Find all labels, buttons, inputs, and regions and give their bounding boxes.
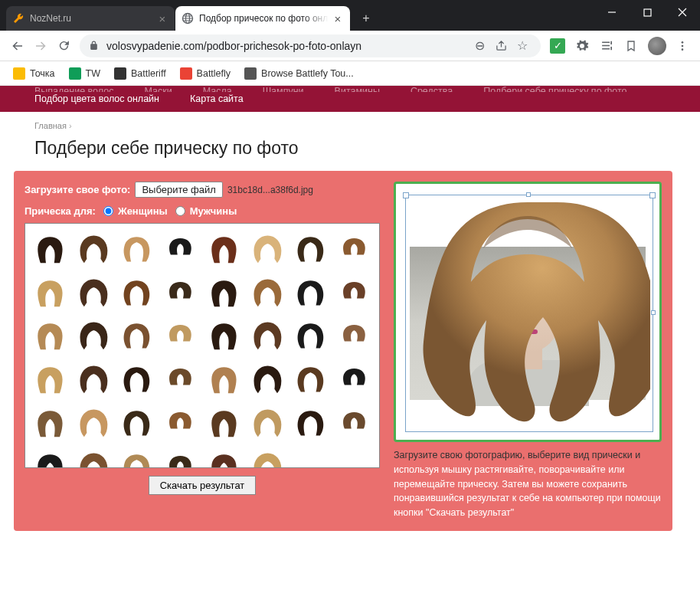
hairstyle-thumbnail[interactable]	[74, 402, 114, 443]
hairstyle-thumbnail[interactable]	[30, 446, 70, 468]
hairstyle-thumbnail[interactable]	[117, 446, 158, 468]
bookmark-item[interactable]: TW	[62, 64, 107, 83]
hairstyle-thumbnail[interactable]	[30, 316, 70, 356]
browser-tab-active[interactable]: Подбор причесок по фото онла ×	[175, 6, 350, 31]
hairstyle-thumbnail[interactable]	[160, 359, 201, 399]
hairstyle-thumbnail[interactable]	[160, 228, 201, 269]
hairstyle-thumbnail[interactable]	[117, 402, 158, 443]
hairstyle-thumbnail[interactable]	[204, 446, 244, 468]
extension-gear[interactable]	[571, 35, 593, 57]
hairstyle-thumbnail[interactable]	[247, 446, 288, 468]
nav-link[interactable]: Шампуни	[263, 86, 304, 90]
hairstyle-thumbnail[interactable]	[117, 316, 158, 356]
hairstyle-thumbnail[interactable]	[204, 402, 244, 443]
hairstyle-thumbnail[interactable]	[204, 316, 244, 356]
download-button[interactable]: Скачать результат	[149, 476, 257, 495]
gender-label: Прическа для:	[25, 205, 96, 217]
new-tab-button[interactable]: +	[355, 8, 377, 29]
hairstyle-thumbnail[interactable]	[74, 272, 114, 313]
reload-button[interactable]	[52, 34, 75, 57]
hairstyle-thumbnail[interactable]	[204, 359, 244, 399]
instructions-text: Загрузите свою фотографию, выберите вид …	[394, 448, 662, 520]
hairstyle-thumbnail[interactable]	[74, 316, 114, 356]
address-bar[interactable]: volosvypadenie.com/podbor-prichesok-po-f…	[80, 34, 541, 57]
bookmark-item[interactable]: Battleriff	[107, 64, 173, 83]
hairstyle-grid[interactable]	[25, 223, 380, 468]
preview-canvas[interactable]	[394, 182, 662, 442]
bookmark-item[interactable]: Browse Battlefy Tou...	[237, 64, 361, 83]
nav-link[interactable]: Маски	[144, 86, 172, 90]
hairstyle-thumbnail[interactable]	[160, 446, 201, 468]
hairstyle-thumbnail[interactable]	[74, 359, 114, 399]
bookmark-item[interactable]: Battlefly	[173, 64, 237, 83]
nav-link[interactable]: Подбор цвета волос онлайн	[34, 93, 159, 104]
svg-rect-7	[69, 67, 81, 80]
hairstyle-thumbnail[interactable]	[74, 446, 114, 468]
nav-link[interactable]: Средства	[411, 86, 453, 90]
hairstyle-thumbnail[interactable]	[291, 359, 332, 399]
hairstyle-thumbnail[interactable]	[291, 402, 332, 443]
hairstyle-thumbnail[interactable]	[291, 316, 332, 356]
hairstyle-thumbnail[interactable]	[74, 228, 114, 269]
selection-handles[interactable]	[405, 195, 653, 432]
hairstyle-thumbnail[interactable]	[160, 402, 201, 443]
hairstyle-thumbnail[interactable]	[247, 402, 288, 443]
hairstyle-thumbnail[interactable]	[291, 272, 332, 313]
tab-close-icon[interactable]: ×	[332, 12, 344, 25]
hairstyle-thumbnail[interactable]	[334, 228, 375, 269]
svg-rect-9	[180, 67, 192, 80]
bookmark-item[interactable]: Точка	[6, 64, 62, 83]
svg-rect-10	[244, 67, 257, 80]
radio-men[interactable]	[175, 206, 185, 216]
radio-women[interactable]	[103, 206, 113, 216]
svg-rect-0	[644, 9, 651, 16]
nav-link[interactable]: Витамины	[335, 86, 380, 90]
hairstyle-thumbnail[interactable]	[247, 272, 288, 313]
star-icon[interactable]: ☆	[513, 37, 532, 55]
hairstyle-thumbnail[interactable]	[334, 359, 375, 399]
browser-menu[interactable]	[671, 34, 694, 57]
hairstyle-thumbnail[interactable]	[117, 359, 158, 399]
hairstyle-thumbnail[interactable]	[30, 228, 70, 269]
label-men[interactable]: Мужчины	[190, 205, 237, 217]
profile-avatar[interactable]	[648, 37, 666, 55]
hairstyle-thumbnail[interactable]	[204, 228, 244, 269]
window-minimize[interactable]	[594, 0, 630, 25]
svg-rect-6	[13, 67, 25, 80]
upload-label: Загрузите свое фото:	[25, 184, 130, 195]
nav-link[interactable]: Масла	[203, 86, 232, 90]
hairstyle-thumbnail[interactable]	[30, 402, 70, 443]
hairstyle-thumbnail[interactable]	[117, 228, 158, 269]
hairstyle-thumbnail[interactable]	[30, 359, 70, 399]
forward-button[interactable]	[29, 34, 52, 57]
extension-list[interactable]	[596, 35, 617, 57]
window-maximize[interactable]	[630, 0, 665, 25]
hairstyle-thumbnail[interactable]	[160, 272, 201, 313]
tab-close-icon[interactable]: ×	[156, 12, 168, 25]
extension-bookmark[interactable]	[620, 35, 642, 57]
nav-link[interactable]: Выпадение волос	[34, 86, 113, 90]
hairstyle-thumbnail[interactable]	[334, 402, 375, 443]
hairstyle-thumbnail[interactable]	[247, 359, 288, 399]
back-button[interactable]	[6, 34, 29, 57]
nav-link[interactable]: Карта сайта	[190, 93, 244, 104]
hairstyle-thumbnail[interactable]	[117, 272, 158, 313]
hairstyle-thumbnail[interactable]	[334, 316, 375, 356]
share-icon[interactable]	[492, 37, 510, 55]
window-close[interactable]	[665, 0, 700, 25]
browser-tab[interactable]: NozNet.ru ×	[6, 6, 175, 31]
svg-rect-8	[114, 67, 126, 80]
hairstyle-thumbnail[interactable]	[247, 228, 288, 269]
hairstyle-thumbnail[interactable]	[291, 228, 332, 269]
zoom-icon[interactable]: ⊖	[470, 37, 489, 55]
nav-link[interactable]: Подбери себе прическу по фото	[483, 86, 626, 90]
hairstyle-thumbnail[interactable]	[334, 272, 375, 313]
label-women[interactable]: Женщины	[118, 205, 168, 217]
hairstyle-thumbnail[interactable]	[204, 272, 244, 313]
choose-file-button[interactable]: Выберите файл	[135, 182, 222, 198]
extension-checkmark[interactable]: ✓	[547, 35, 568, 57]
hairstyle-thumbnail[interactable]	[160, 316, 201, 356]
hairstyle-thumbnail[interactable]	[247, 316, 288, 356]
hairstyle-thumbnail[interactable]	[30, 272, 70, 313]
svg-point-4	[682, 44, 684, 47]
